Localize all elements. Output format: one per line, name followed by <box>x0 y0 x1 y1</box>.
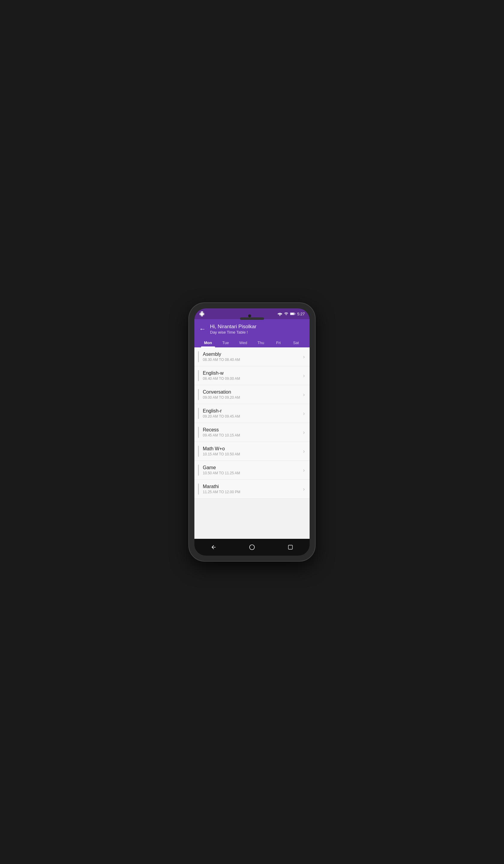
item-name-3: English-r <box>203 408 303 414</box>
chevron-icon-2: › <box>303 392 305 398</box>
tab-tue[interactable]: Tue <box>217 338 235 347</box>
header-subtitle: Day wise Time Table ! <box>210 330 256 335</box>
wifi-icon <box>277 312 282 316</box>
svg-rect-1 <box>295 313 295 314</box>
item-time-4: 09.45 AM TO 10.15 AM <box>203 433 303 437</box>
chevron-icon-1: › <box>303 373 305 379</box>
item-time-7: 11.25 AM TO 12.00 PM <box>203 490 303 494</box>
item-name-6: Game <box>203 465 303 470</box>
item-text-7: Marathi 11.25 AM TO 12.00 PM <box>200 484 303 494</box>
item-time-5: 10.15 AM TO 10.50 AM <box>203 452 303 456</box>
schedule-item[interactable]: Marathi 11.25 AM TO 12.00 PM › <box>194 480 310 499</box>
back-button[interactable]: ← <box>199 326 206 333</box>
status-time: 5:27 <box>297 312 305 316</box>
schedule-item[interactable]: English-w 08.40 AM TO 09.00 AM › <box>194 366 310 385</box>
bottom-nav <box>194 539 310 555</box>
item-text-3: English-r 09.20 AM TO 09.45 AM <box>200 408 303 419</box>
svg-point-3 <box>250 545 255 550</box>
item-time-2: 09.00 AM TO 09.20 AM <box>203 395 303 400</box>
item-text-1: English-w 08.40 AM TO 09.00 AM <box>200 371 303 381</box>
android-icon <box>199 311 205 316</box>
back-nav-icon <box>211 544 217 550</box>
tab-thu[interactable]: Thu <box>252 338 270 347</box>
phone-screen: 5:27 ← Hi, Nirantari Pisolkar Day wise T… <box>194 309 310 555</box>
phone-speaker <box>240 317 264 320</box>
item-name-2: Conversation <box>203 389 303 395</box>
schedule-item[interactable]: Recess 09.45 AM TO 10.15 AM › <box>194 423 310 442</box>
tab-sat[interactable]: Sat <box>287 338 305 347</box>
recents-nav-icon <box>288 544 293 550</box>
schedule-item[interactable]: Game 10.50 AM TO 11.25 AM › <box>194 461 310 480</box>
item-name-1: English-w <box>203 371 303 376</box>
schedule-item[interactable]: Asembly 08.30 AM TO 08.40 AM › <box>194 347 310 366</box>
battery-icon <box>290 312 296 316</box>
item-time-3: 09.20 AM TO 09.45 AM <box>203 414 303 419</box>
item-text-4: Recess 09.45 AM TO 10.15 AM <box>200 427 303 437</box>
nav-back-button[interactable] <box>209 542 218 552</box>
item-name-7: Marathi <box>203 484 303 489</box>
home-nav-icon <box>249 544 255 551</box>
item-text-2: Conversation 09.00 AM TO 09.20 AM <box>200 389 303 400</box>
chevron-icon-0: › <box>303 354 305 360</box>
item-name-4: Recess <box>203 427 303 433</box>
chevron-icon-4: › <box>303 429 305 435</box>
item-text-5: Math W+o 10.15 AM TO 10.50 AM <box>200 446 303 456</box>
tab-wed[interactable]: Wed <box>234 338 252 347</box>
nav-recents-button[interactable] <box>286 542 295 552</box>
status-right: 5:27 <box>277 312 305 316</box>
item-time-6: 10.50 AM TO 11.25 AM <box>203 471 303 475</box>
signal-icon <box>284 312 288 316</box>
item-time-1: 08.40 AM TO 09.00 AM <box>203 376 303 381</box>
chevron-icon-7: › <box>303 486 305 492</box>
tab-mon[interactable]: Mon <box>199 338 217 347</box>
header-title: Hi, Nirantari Pisolkar <box>210 323 256 330</box>
item-name-5: Math W+o <box>203 446 303 452</box>
schedule-item[interactable]: English-r 09.20 AM TO 09.45 AM › <box>194 404 310 423</box>
schedule-content: Asembly 08.30 AM TO 08.40 AM › English-w… <box>194 347 310 539</box>
svg-rect-4 <box>288 545 292 549</box>
item-text-0: Asembly 08.30 AM TO 08.40 AM <box>200 352 303 362</box>
schedule-item[interactable]: Conversation 09.00 AM TO 09.20 AM › <box>194 385 310 404</box>
header-top: ← Hi, Nirantari Pisolkar Day wise Time T… <box>199 323 305 335</box>
status-left <box>199 311 205 316</box>
item-time-0: 08.30 AM TO 08.40 AM <box>203 358 303 362</box>
schedule-item[interactable]: Math W+o 10.15 AM TO 10.50 AM › <box>194 442 310 461</box>
chevron-icon-5: › <box>303 448 305 455</box>
item-name-0: Asembly <box>203 352 303 357</box>
phone-camera <box>248 314 251 317</box>
phone-device: 5:27 ← Hi, Nirantari Pisolkar Day wise T… <box>189 303 315 561</box>
svg-rect-2 <box>290 313 294 314</box>
item-text-6: Game 10.50 AM TO 11.25 AM <box>200 465 303 475</box>
tab-fri[interactable]: Fri <box>270 338 287 347</box>
app-header: ← Hi, Nirantari Pisolkar Day wise Time T… <box>194 319 310 347</box>
chevron-icon-6: › <box>303 467 305 473</box>
header-text: Hi, Nirantari Pisolkar Day wise Time Tab… <box>210 323 256 335</box>
chevron-icon-3: › <box>303 410 305 417</box>
nav-home-button[interactable] <box>247 542 257 552</box>
day-tabs: Mon Tue Wed Thu Fri Sat <box>199 338 305 347</box>
